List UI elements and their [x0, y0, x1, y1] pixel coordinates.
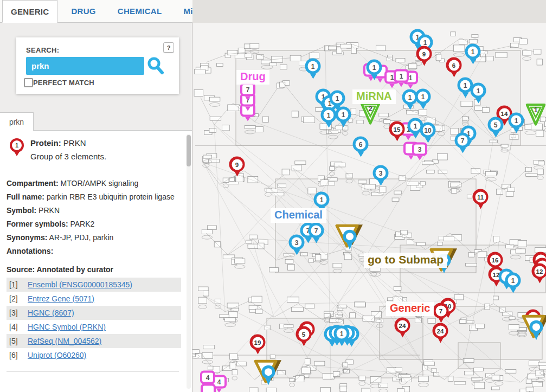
- map-pin-generic[interactable]: 5: [488, 117, 504, 133]
- annotation-index: [5]: [9, 337, 23, 345]
- annotation-row: [2]Entrez Gene (5071): [7, 292, 181, 306]
- result-field: Full name: parkin RBR E3 ubiquitin prote…: [7, 190, 181, 204]
- map-pin-generic[interactable]: 1: [415, 89, 431, 105]
- search-label: SEARCH:: [26, 46, 179, 54]
- map-pin-drug[interactable]: 3: [412, 143, 427, 156]
- svg-text:2: 2: [368, 105, 372, 113]
- map-pin-drug[interactable]: [201, 384, 216, 392]
- map-pin-generic[interactable]: 1: [336, 107, 351, 123]
- map-label-chemical: Chemical: [271, 208, 326, 223]
- map-pin-generic[interactable]: 7: [455, 133, 471, 149]
- tab-drug[interactable]: DRUG: [63, 0, 104, 22]
- result-title: Protein: PRKN: [30, 137, 106, 149]
- map-label-mirna: MiRNA: [352, 89, 396, 104]
- map-pin-drug[interactable]: 4: [200, 371, 215, 384]
- map-pin-generic[interactable]: 3: [289, 235, 305, 250]
- map-pin-generic[interactable]: 7: [309, 223, 324, 239]
- result-tab-prkn[interactable]: prkn: [0, 112, 34, 131]
- divider: [7, 371, 179, 372]
- annotation-index: [1]: [9, 280, 23, 289]
- result-field: Former symbols: PARK2: [7, 217, 181, 231]
- result-pin-icon: 1: [10, 138, 24, 152]
- map-pin-red[interactable]: 12: [532, 264, 546, 279]
- map-pin-generic[interactable]: 1: [330, 91, 345, 106]
- annotation-row: [6]Uniprot (O60260): [7, 348, 181, 362]
- map-pin-submap[interactable]: [335, 221, 364, 253]
- annotation-row: [1]Ensembl (ENSG00000185345): [7, 278, 181, 292]
- sidebar-scrollbar-thumb[interactable]: [187, 135, 191, 166]
- map-pin-submap[interactable]: [253, 357, 282, 388]
- perfect-match-checkbox[interactable]: [24, 78, 33, 87]
- map-pin-mirna[interactable]: 1: [525, 103, 546, 126]
- map-pin-drug[interactable]: 1: [394, 69, 409, 83]
- map-pin-drug[interactable]: 7: [240, 83, 255, 97]
- annotation-row: [4]HGNC Symbol (PRKN): [7, 320, 181, 334]
- map-pin-generic[interactable]: 6: [353, 137, 369, 152]
- minerva-app: GENERICDRUGCHEMICALMiRNA ? SEARCH: PERFE…: [0, 0, 546, 392]
- map-pin-generic[interactable]: 1: [509, 113, 524, 128]
- annotation-index: [4]: [9, 323, 23, 331]
- annotation-link[interactable]: HGNC Symbol (PRKN): [28, 323, 106, 331]
- pathway-map[interactable]: DrugMiRNAChemicalgo to SubmapGeneric7711…: [192, 23, 546, 392]
- map-pin-red[interactable]: 9: [416, 46, 432, 62]
- result-field: Compartment: MTOR/AMPK signaling: [7, 177, 181, 190]
- map-pin-red[interactable]: 24: [395, 318, 410, 333]
- map-pin-generic[interactable]: 1: [505, 273, 521, 288]
- search-icon[interactable]: [147, 56, 164, 75]
- search-type-tabs: GENERICDRUGCHEMICALMiRNA: [0, 0, 192, 23]
- map-top-strip: [192, 0, 546, 23]
- search-input[interactable]: [26, 57, 144, 75]
- search-sidebar: ? SEARCH: PERFECT MATCH prkn 1 Protein: …: [0, 23, 192, 392]
- result-group-info: Group of 3 elements.: [30, 151, 106, 163]
- annotation-list: [1]Ensembl (ENSG00000185345)[2]Entrez Ge…: [7, 278, 181, 362]
- map-label-generic: Generic: [386, 301, 434, 316]
- search-result-panel: 1 Protein: PRKN Group of 3 elements. Com…: [0, 130, 192, 392]
- map-pin-red[interactable]: 6: [446, 57, 462, 73]
- annotation-index: [2]: [9, 294, 23, 303]
- map-pin-red[interactable]: 11: [473, 189, 489, 205]
- map-pin-mirna[interactable]: 2: [360, 102, 381, 125]
- svg-text:1: 1: [534, 106, 537, 114]
- map-pin-red[interactable]: 19: [250, 335, 266, 350]
- annotation-source: Source: Annotated by curator: [7, 265, 181, 274]
- annotation-link[interactable]: Uniprot (O60260): [28, 351, 86, 359]
- map-pin-generic[interactable]: 1: [314, 192, 330, 208]
- annotation-link[interactable]: Entrez Gene (5071): [28, 294, 94, 303]
- map-pin-red[interactable]: 7: [433, 303, 449, 319]
- tab-chemical[interactable]: CHEMICAL: [110, 0, 170, 22]
- map-pin-red[interactable]: 5: [296, 326, 312, 342]
- sidebar-scrollbar-track[interactable]: [187, 134, 191, 389]
- annotation-index: [3]: [9, 309, 23, 317]
- search-panel: ? SEARCH: PERFECT MATCH: [16, 37, 179, 94]
- map-pin-generic[interactable]: 1: [334, 326, 350, 342]
- map-pin-red[interactable]: 15: [389, 121, 405, 137]
- map-pin-generic[interactable]: 1: [465, 44, 481, 60]
- result-fields: Compartment: MTOR/AMPK signalingFull nam…: [7, 177, 181, 258]
- annotation-index: [6]: [9, 351, 23, 359]
- annotation-row: [5]RefSeq (NM_004562): [7, 334, 181, 348]
- map-pin-red[interactable]: 24: [433, 323, 448, 339]
- map-pin-submap[interactable]: [521, 312, 546, 343]
- annotation-row: [3]HGNC (8607): [7, 306, 181, 320]
- help-button[interactable]: ?: [163, 42, 174, 53]
- map-label-drug: Drug: [236, 70, 269, 85]
- map-pin-red[interactable]: 16: [487, 252, 503, 268]
- annotation-link[interactable]: Ensembl (ENSG00000185345): [28, 280, 132, 289]
- map-pin-generic[interactable]: 1: [471, 83, 486, 99]
- annotation-link[interactable]: HGNC (8607): [28, 309, 74, 317]
- tab-generic[interactable]: GENERIC: [2, 0, 57, 23]
- map-pin-generic[interactable]: 1: [305, 59, 321, 74]
- perfect-match-label: PERFECT MATCH: [33, 79, 94, 87]
- map-pin-red[interactable]: 9: [229, 157, 245, 172]
- result-field: Symbol: PRKN: [7, 204, 181, 217]
- result-field: Annotations:: [7, 245, 181, 258]
- annotation-link[interactable]: RefSeq (NM_004562): [28, 337, 101, 345]
- map-pin-generic[interactable]: 3: [373, 165, 389, 181]
- map-pin-generic[interactable]: 1: [367, 60, 382, 75]
- top-tab-bar: GENERICDRUGCHEMICALMiRNA: [0, 0, 546, 23]
- map-pin-generic[interactable]: 1: [321, 107, 337, 123]
- map-label-go-to-submap: go to Submap: [364, 253, 447, 268]
- map-pin-generic[interactable]: 10: [420, 123, 436, 138]
- result-field: Synonyms: AR-JP, PDJ, parkin: [7, 231, 181, 245]
